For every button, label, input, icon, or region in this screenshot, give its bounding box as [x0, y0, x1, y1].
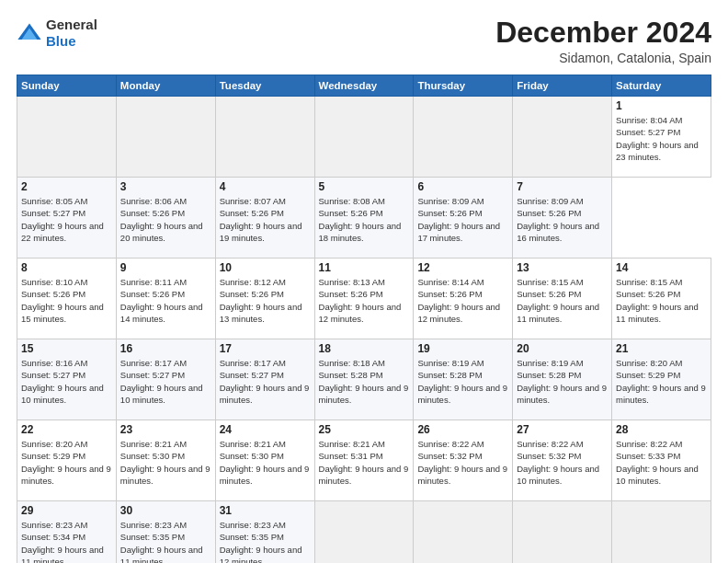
logo-icon — [17, 20, 42, 46]
day-number: 24 — [220, 423, 311, 436]
day-info: Sunrise: 8:15 AMSunset: 5:26 PMDaylight:… — [517, 276, 608, 325]
title-block: December 2024 Sidamon, Catalonia, Spain — [495, 17, 711, 65]
weekday-header-row: Sunday Monday Tuesday Wednesday Thursday… — [17, 75, 711, 97]
calendar-table: Sunday Monday Tuesday Wednesday Thursday… — [17, 75, 711, 563]
day-info: Sunrise: 8:19 AMSunset: 5:28 PMDaylight:… — [517, 357, 608, 406]
header-wednesday: Wednesday — [314, 75, 414, 97]
day-info: Sunrise: 8:21 AMSunset: 5:30 PMDaylight:… — [220, 438, 311, 487]
day-info: Sunrise: 8:13 AMSunset: 5:26 PMDaylight:… — [319, 276, 410, 325]
calendar-cell: 9Sunrise: 8:11 AMSunset: 5:26 PMDaylight… — [116, 259, 215, 339]
day-info: Sunrise: 8:11 AMSunset: 5:26 PMDaylight:… — [120, 276, 211, 325]
calendar-cell — [17, 97, 117, 178]
day-info: Sunrise: 8:23 AMSunset: 5:35 PMDaylight:… — [220, 519, 311, 563]
day-number: 14 — [616, 261, 707, 274]
location: Sidamon, Catalonia, Spain — [495, 51, 711, 65]
day-number: 5 — [319, 180, 410, 193]
calendar-cell: 22Sunrise: 8:20 AMSunset: 5:29 PMDayligh… — [17, 420, 117, 501]
day-info: Sunrise: 8:15 AMSunset: 5:26 PMDaylight:… — [616, 276, 707, 325]
calendar-cell: 11Sunrise: 8:13 AMSunset: 5:26 PMDayligh… — [314, 259, 414, 339]
day-number: 1 — [616, 99, 707, 112]
calendar-cell: 6Sunrise: 8:09 AMSunset: 5:26 PMDaylight… — [414, 178, 513, 259]
logo-blue: Blue — [46, 33, 76, 49]
day-info: Sunrise: 8:19 AMSunset: 5:28 PMDaylight:… — [417, 357, 508, 406]
calendar-cell: 1Sunrise: 8:04 AMSunset: 5:27 PMDaylight… — [612, 97, 711, 178]
day-info: Sunrise: 8:16 AMSunset: 5:27 PMDaylight:… — [21, 357, 112, 406]
calendar-cell: 26Sunrise: 8:22 AMSunset: 5:32 PMDayligh… — [414, 420, 513, 501]
day-info: Sunrise: 8:17 AMSunset: 5:27 PMDaylight:… — [220, 357, 311, 406]
day-number: 4 — [220, 180, 311, 193]
calendar-cell: 7Sunrise: 8:09 AMSunset: 5:26 PMDaylight… — [513, 178, 612, 259]
calendar-cell — [414, 501, 513, 563]
calendar-cell: 31Sunrise: 8:23 AMSunset: 5:35 PMDayligh… — [215, 501, 314, 563]
calendar-cell — [314, 97, 414, 178]
day-number: 28 — [616, 423, 707, 436]
day-info: Sunrise: 8:09 AMSunset: 5:26 PMDaylight:… — [517, 195, 608, 244]
day-number: 12 — [417, 261, 508, 274]
day-info: Sunrise: 8:20 AMSunset: 5:29 PMDaylight:… — [616, 357, 707, 406]
day-number: 29 — [21, 504, 112, 517]
day-number: 19 — [417, 342, 508, 355]
day-number: 20 — [517, 342, 608, 355]
day-info: Sunrise: 8:21 AMSunset: 5:31 PMDaylight:… — [319, 438, 410, 487]
calendar-cell: 23Sunrise: 8:21 AMSunset: 5:30 PMDayligh… — [116, 420, 215, 501]
day-number: 3 — [120, 180, 211, 193]
header-friday: Friday — [513, 75, 612, 97]
month-title: December 2024 — [495, 17, 711, 49]
header-tuesday: Tuesday — [215, 75, 314, 97]
day-info: Sunrise: 8:08 AMSunset: 5:26 PMDaylight:… — [319, 195, 410, 244]
header-sunday: Sunday — [17, 75, 117, 97]
day-number: 9 — [120, 261, 211, 274]
calendar-cell: 8Sunrise: 8:10 AMSunset: 5:26 PMDaylight… — [17, 259, 117, 339]
day-number: 27 — [517, 423, 608, 436]
day-number: 15 — [21, 342, 112, 355]
day-number: 8 — [21, 261, 112, 274]
day-info: Sunrise: 8:20 AMSunset: 5:29 PMDaylight:… — [21, 438, 112, 487]
day-info: Sunrise: 8:23 AMSunset: 5:34 PMDaylight:… — [21, 519, 112, 563]
calendar-cell: 14Sunrise: 8:15 AMSunset: 5:26 PMDayligh… — [612, 259, 711, 339]
day-info: Sunrise: 8:23 AMSunset: 5:35 PMDaylight:… — [120, 519, 211, 563]
logo-general: General — [46, 17, 97, 32]
calendar-cell — [612, 501, 711, 563]
day-number: 16 — [120, 342, 211, 355]
day-number: 7 — [517, 180, 608, 193]
calendar-cell: 20Sunrise: 8:19 AMSunset: 5:28 PMDayligh… — [513, 339, 612, 420]
calendar-cell: 10Sunrise: 8:12 AMSunset: 5:26 PMDayligh… — [215, 259, 314, 339]
day-info: Sunrise: 8:05 AMSunset: 5:27 PMDaylight:… — [21, 195, 112, 244]
day-number: 30 — [120, 504, 211, 517]
day-info: Sunrise: 8:06 AMSunset: 5:26 PMDaylight:… — [120, 195, 211, 244]
logo: General Blue — [17, 17, 97, 50]
calendar-cell: 4Sunrise: 8:07 AMSunset: 5:26 PMDaylight… — [215, 178, 314, 259]
calendar-cell: 13Sunrise: 8:15 AMSunset: 5:26 PMDayligh… — [513, 259, 612, 339]
calendar-cell: 30Sunrise: 8:23 AMSunset: 5:35 PMDayligh… — [116, 501, 215, 563]
day-number: 17 — [220, 342, 311, 355]
logo-text: General Blue — [46, 17, 97, 50]
calendar-cell: 24Sunrise: 8:21 AMSunset: 5:30 PMDayligh… — [215, 420, 314, 501]
day-info: Sunrise: 8:04 AMSunset: 5:27 PMDaylight:… — [616, 114, 707, 163]
calendar-cell — [314, 501, 414, 563]
day-number: 21 — [616, 342, 707, 355]
day-number: 25 — [319, 423, 410, 436]
calendar-cell: 17Sunrise: 8:17 AMSunset: 5:27 PMDayligh… — [215, 339, 314, 420]
day-info: Sunrise: 8:07 AMSunset: 5:26 PMDaylight:… — [220, 195, 311, 244]
calendar-cell: 2Sunrise: 8:05 AMSunset: 5:27 PMDaylight… — [17, 178, 117, 259]
day-info: Sunrise: 8:09 AMSunset: 5:26 PMDaylight:… — [417, 195, 508, 244]
header-thursday: Thursday — [414, 75, 513, 97]
day-number: 23 — [120, 423, 211, 436]
calendar-cell — [116, 97, 215, 178]
calendar-cell: 21Sunrise: 8:20 AMSunset: 5:29 PMDayligh… — [612, 339, 711, 420]
calendar-cell — [513, 97, 612, 178]
day-number: 18 — [319, 342, 410, 355]
calendar-cell: 25Sunrise: 8:21 AMSunset: 5:31 PMDayligh… — [314, 420, 414, 501]
day-number: 13 — [517, 261, 608, 274]
day-number: 10 — [220, 261, 311, 274]
day-number: 26 — [417, 423, 508, 436]
calendar-cell: 19Sunrise: 8:19 AMSunset: 5:28 PMDayligh… — [414, 339, 513, 420]
page: General Blue December 2024 Sidamon, Cata… — [0, 0, 728, 563]
header-monday: Monday — [116, 75, 215, 97]
calendar-cell — [414, 97, 513, 178]
day-number: 11 — [319, 261, 410, 274]
day-info: Sunrise: 8:10 AMSunset: 5:26 PMDaylight:… — [21, 276, 112, 325]
calendar-cell: 18Sunrise: 8:18 AMSunset: 5:28 PMDayligh… — [314, 339, 414, 420]
calendar-cell — [215, 97, 314, 178]
day-info: Sunrise: 8:12 AMSunset: 5:26 PMDaylight:… — [220, 276, 311, 325]
